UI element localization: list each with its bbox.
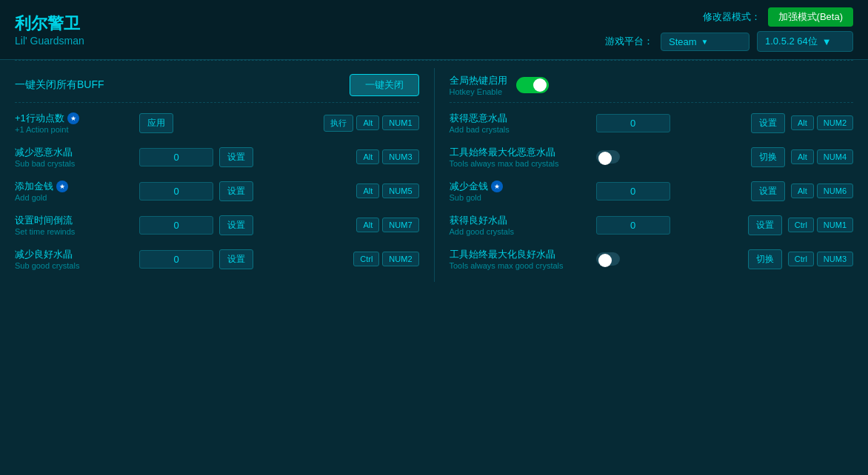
- section-label: 一键关闭所有BUFF: [15, 78, 104, 92]
- right-toggle-4[interactable]: [596, 252, 620, 266]
- key1-0: 执行: [324, 115, 353, 132]
- star-badge-0: ★: [67, 112, 79, 124]
- mode-row: 修改器模式： 加强模式(Beta): [703, 7, 853, 27]
- left-keys-1: AltNUM3: [259, 149, 419, 164]
- right-label-group-1: 工具始终最大化恶意水晶Tools always max bad crystals: [450, 146, 590, 168]
- close-all-button[interactable]: 一键关闭: [350, 74, 419, 96]
- header-controls: 修改器模式： 加强模式(Beta) 游戏平台： Steam ▼ 1.0.5.2 …: [605, 7, 853, 52]
- app-title-en: Lil' Guardsman: [15, 35, 84, 47]
- left-label-en-1: Sub bad crystals: [15, 159, 133, 168]
- right-key3-3: NUM1: [817, 218, 853, 232]
- right-label-zh-0: 获得恶意水晶: [450, 112, 590, 125]
- version-value: 1.0.5.2 64位: [765, 35, 818, 48]
- left-keys-2: AltNUM5: [259, 183, 419, 198]
- platform-label: 游戏平台：: [605, 35, 653, 48]
- hotkey-en: Hotkey Enable: [450, 87, 507, 96]
- right-label-en-1: Tools always max bad crystals: [450, 159, 590, 168]
- right-label-zh-4: 工具始终最大化良好水晶: [450, 248, 590, 261]
- left-keys-4: CtrlNUM2: [259, 252, 419, 266]
- left-label-en-0: +1 Action point: [15, 125, 133, 134]
- star-badge-right-2: ★: [491, 181, 503, 192]
- right-value-2[interactable]: 0: [596, 182, 670, 201]
- right-value-0[interactable]: 0: [596, 114, 670, 132]
- left-label-zh-0: +1行动点数★: [15, 112, 133, 125]
- left-row-2: 添加金钱★Add gold0设置AltNUM5: [15, 180, 419, 202]
- platform-value: Steam: [669, 36, 697, 47]
- right-action-btn-4[interactable]: 切换: [748, 249, 782, 269]
- right-label-en-0: Add bad crystals: [450, 125, 590, 134]
- right-action-btn-2[interactable]: 设置: [751, 181, 785, 201]
- left-action-btn-2[interactable]: 设置: [219, 181, 253, 201]
- right-key2-3: Ctrl: [788, 218, 814, 232]
- left-label-group-0: +1行动点数★+1 Action point: [15, 112, 133, 134]
- hotkey-row: 全局热键启用 Hotkey Enable: [450, 68, 854, 103]
- key2-2: Alt: [356, 183, 379, 198]
- star-badge-2: ★: [56, 181, 68, 192]
- right-key2-1: Alt: [791, 149, 814, 164]
- key3-4: NUM2: [382, 252, 418, 266]
- right-row-2: 减少金钱★Sub gold0设置AltNUM6: [450, 180, 854, 202]
- left-row-0: +1行动点数★+1 Action point应用执行AltNUM1: [15, 112, 419, 134]
- version-select[interactable]: 1.0.5.2 64位 ▼: [757, 31, 853, 52]
- title-block: 利尔警卫 Lil' Guardsman: [15, 13, 84, 47]
- right-keys-2: AltNUM6: [791, 183, 853, 198]
- left-label-group-4: 减少良好水晶Sub good crystals: [15, 248, 133, 270]
- right-row-3: 获得良好水晶Add good crystals0设置CtrlNUM1: [450, 214, 854, 236]
- right-action-btn-3[interactable]: 设置: [748, 215, 782, 235]
- left-row-4: 减少良好水晶Sub good crystals0设置CtrlNUM2: [15, 248, 419, 270]
- right-label-zh-3: 获得良好水晶: [450, 214, 590, 227]
- platform-select[interactable]: Steam ▼: [661, 33, 750, 51]
- key3-2: NUM5: [382, 183, 418, 198]
- left-keys-3: AltNUM7: [259, 218, 419, 232]
- left-value-4[interactable]: 0: [139, 250, 213, 269]
- right-label-en-3: Add good crystals: [450, 227, 590, 236]
- right-panel: 全局热键启用 Hotkey Enable 获得恶意水晶Add bad cryst…: [435, 61, 869, 289]
- app-title-zh: 利尔警卫: [15, 13, 84, 35]
- left-label-zh-1: 减少恶意水晶: [15, 146, 133, 159]
- left-action-btn-1[interactable]: 设置: [219, 147, 253, 167]
- key3-3: NUM7: [382, 218, 418, 232]
- mode-button[interactable]: 加强模式(Beta): [768, 7, 853, 27]
- left-action-btn-0[interactable]: 应用: [139, 113, 173, 133]
- left-label-group-1: 减少恶意水晶Sub bad crystals: [15, 146, 133, 168]
- left-action-btn-3[interactable]: 设置: [219, 215, 253, 235]
- key2-3: Alt: [356, 218, 379, 232]
- right-value-3[interactable]: 0: [596, 216, 670, 235]
- left-panel: 一键关闭所有BUFF 一键关闭 +1行动点数★+1 Action point应用…: [0, 61, 434, 289]
- key3-0: NUM1: [382, 115, 418, 130]
- right-key3-4: NUM3: [817, 252, 853, 266]
- section-header: 一键关闭所有BUFF 一键关闭: [15, 68, 419, 103]
- right-row-4: 工具始终最大化良好水晶Tools always max good crystal…: [450, 248, 854, 270]
- left-action-btn-4[interactable]: 设置: [219, 249, 253, 269]
- right-label-group-4: 工具始终最大化良好水晶Tools always max good crystal…: [450, 248, 590, 270]
- right-action-btn-0[interactable]: 设置: [751, 113, 785, 133]
- right-keys-0: AltNUM2: [791, 115, 853, 130]
- panels-container: 一键关闭所有BUFF 一键关闭 +1行动点数★+1 Action point应用…: [0, 61, 868, 289]
- chevron-down-icon: ▼: [701, 38, 709, 46]
- left-label-zh-3: 设置时间倒流: [15, 214, 133, 227]
- key2-4: Ctrl: [353, 252, 379, 266]
- hotkey-toggle[interactable]: [516, 77, 549, 93]
- right-rows: 获得恶意水晶Add bad crystals0设置AltNUM2工具始终最大化恶…: [450, 112, 854, 270]
- right-key3-2: NUM6: [817, 183, 853, 198]
- right-label-group-2: 减少金钱★Sub gold: [450, 180, 590, 202]
- left-label-group-2: 添加金钱★Add gold: [15, 180, 133, 202]
- right-action-btn-1[interactable]: 切换: [751, 147, 785, 167]
- right-label-group-3: 获得良好水晶Add good crystals: [450, 214, 590, 236]
- left-value-2[interactable]: 0: [139, 182, 213, 201]
- key3-1: NUM3: [382, 149, 418, 164]
- right-keys-4: CtrlNUM3: [788, 252, 853, 266]
- left-label-en-3: Set time rewinds: [15, 227, 133, 236]
- hotkey-zh: 全局热键启用: [450, 74, 507, 87]
- left-keys-0: 执行AltNUM1: [179, 115, 419, 132]
- app-header: 利尔警卫 Lil' Guardsman 修改器模式： 加强模式(Beta) 游戏…: [0, 0, 868, 60]
- right-key2-4: Ctrl: [788, 252, 814, 266]
- right-toggle-1[interactable]: [596, 150, 620, 164]
- right-key2-2: Alt: [791, 183, 814, 198]
- left-row-1: 减少恶意水晶Sub bad crystals0设置AltNUM3: [15, 146, 419, 168]
- left-value-3[interactable]: 0: [139, 216, 213, 235]
- right-label-group-0: 获得恶意水晶Add bad crystals: [450, 112, 590, 134]
- left-label-en-2: Add gold: [15, 193, 133, 202]
- left-value-1[interactable]: 0: [139, 148, 213, 166]
- right-key3-0: NUM2: [817, 115, 853, 130]
